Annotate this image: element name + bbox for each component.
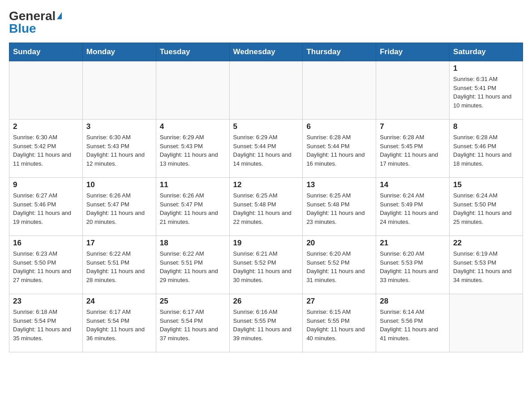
day-number: 7	[380, 122, 446, 131]
day-number: 8	[453, 122, 519, 131]
logo: General Blue	[9, 9, 62, 36]
calendar-cell: 25Sunrise: 6:17 AMSunset: 5:54 PMDayligh…	[156, 294, 229, 352]
calendar-cell: 24Sunrise: 6:17 AMSunset: 5:54 PMDayligh…	[82, 294, 156, 352]
day-number: 9	[13, 180, 79, 189]
calendar-cell	[376, 61, 450, 120]
day-number: 11	[160, 180, 226, 189]
logo-blue-text: Blue	[9, 21, 36, 36]
calendar-cell: 5Sunrise: 6:29 AMSunset: 5:44 PMDaylight…	[229, 120, 303, 178]
day-info: Sunrise: 6:25 AMSunset: 5:48 PMDaylight:…	[306, 191, 372, 226]
calendar-cell: 1Sunrise: 6:31 AMSunset: 5:41 PMDaylight…	[450, 61, 523, 120]
day-info: Sunrise: 6:27 AMSunset: 5:46 PMDaylight:…	[13, 191, 79, 226]
day-info: Sunrise: 6:23 AMSunset: 5:50 PMDaylight:…	[13, 249, 79, 284]
calendar-cell: 6Sunrise: 6:28 AMSunset: 5:44 PMDaylight…	[303, 120, 376, 178]
day-number: 1	[453, 64, 519, 73]
calendar-cell	[9, 61, 83, 120]
calendar-cell: 20Sunrise: 6:20 AMSunset: 5:52 PMDayligh…	[303, 236, 376, 294]
calendar-cell: 27Sunrise: 6:15 AMSunset: 5:55 PMDayligh…	[303, 294, 376, 352]
column-header-wednesday: Wednesday	[229, 43, 303, 61]
day-info: Sunrise: 6:25 AMSunset: 5:48 PMDaylight:…	[233, 191, 299, 226]
day-info: Sunrise: 6:17 AMSunset: 5:54 PMDaylight:…	[160, 308, 226, 342]
day-number: 24	[86, 297, 152, 306]
calendar-cell	[156, 61, 229, 120]
day-number: 23	[13, 297, 79, 306]
calendar-cell: 17Sunrise: 6:22 AMSunset: 5:51 PMDayligh…	[82, 236, 156, 294]
day-info: Sunrise: 6:20 AMSunset: 5:53 PMDaylight:…	[380, 249, 446, 284]
day-info: Sunrise: 6:30 AMSunset: 5:43 PMDaylight:…	[86, 133, 152, 168]
day-number: 19	[233, 239, 299, 248]
calendar-cell: 21Sunrise: 6:20 AMSunset: 5:53 PMDayligh…	[376, 236, 450, 294]
day-number: 28	[380, 297, 446, 306]
calendar-cell: 26Sunrise: 6:16 AMSunset: 5:55 PMDayligh…	[229, 294, 303, 352]
day-number: 18	[160, 239, 226, 248]
calendar-week-4: 16Sunrise: 6:23 AMSunset: 5:50 PMDayligh…	[9, 236, 523, 294]
calendar-cell: 3Sunrise: 6:30 AMSunset: 5:43 PMDaylight…	[82, 120, 156, 178]
day-number: 10	[86, 180, 152, 189]
day-info: Sunrise: 6:26 AMSunset: 5:47 PMDaylight:…	[86, 191, 152, 226]
day-info: Sunrise: 6:31 AMSunset: 5:41 PMDaylight:…	[453, 75, 519, 110]
day-info: Sunrise: 6:30 AMSunset: 5:42 PMDaylight:…	[13, 133, 79, 168]
calendar-cell: 14Sunrise: 6:24 AMSunset: 5:49 PMDayligh…	[376, 178, 450, 236]
calendar-cell: 16Sunrise: 6:23 AMSunset: 5:50 PMDayligh…	[9, 236, 83, 294]
page-header: General Blue	[9, 9, 523, 36]
day-info: Sunrise: 6:20 AMSunset: 5:52 PMDaylight:…	[306, 249, 372, 284]
day-number: 20	[306, 239, 372, 248]
column-header-thursday: Thursday	[303, 43, 376, 61]
day-info: Sunrise: 6:24 AMSunset: 5:49 PMDaylight:…	[380, 191, 446, 226]
calendar-cell	[82, 61, 156, 120]
calendar-week-5: 23Sunrise: 6:18 AMSunset: 5:54 PMDayligh…	[9, 294, 523, 352]
column-header-monday: Monday	[82, 43, 156, 61]
day-number: 3	[86, 122, 152, 131]
calendar-header-row: SundayMondayTuesdayWednesdayThursdayFrid…	[9, 43, 523, 61]
day-number: 12	[233, 180, 299, 189]
day-number: 21	[380, 239, 446, 248]
day-info: Sunrise: 6:29 AMSunset: 5:43 PMDaylight:…	[160, 133, 226, 168]
day-info: Sunrise: 6:18 AMSunset: 5:54 PMDaylight:…	[13, 308, 79, 342]
column-header-friday: Friday	[376, 43, 450, 61]
calendar-cell	[303, 61, 376, 120]
column-header-tuesday: Tuesday	[156, 43, 229, 61]
calendar-cell: 9Sunrise: 6:27 AMSunset: 5:46 PMDaylight…	[9, 178, 83, 236]
day-info: Sunrise: 6:21 AMSunset: 5:52 PMDaylight:…	[233, 249, 299, 284]
calendar-cell: 13Sunrise: 6:25 AMSunset: 5:48 PMDayligh…	[303, 178, 376, 236]
calendar-cell: 11Sunrise: 6:26 AMSunset: 5:47 PMDayligh…	[156, 178, 229, 236]
calendar-cell: 18Sunrise: 6:22 AMSunset: 5:51 PMDayligh…	[156, 236, 229, 294]
day-number: 26	[233, 297, 299, 306]
calendar-cell	[450, 294, 523, 352]
day-number: 6	[306, 122, 372, 131]
day-info: Sunrise: 6:24 AMSunset: 5:50 PMDaylight:…	[453, 191, 519, 226]
calendar-cell	[229, 61, 303, 120]
day-info: Sunrise: 6:15 AMSunset: 5:55 PMDaylight:…	[306, 308, 372, 342]
day-number: 5	[233, 122, 299, 131]
calendar-week-1: 1Sunrise: 6:31 AMSunset: 5:41 PMDaylight…	[9, 61, 523, 120]
day-info: Sunrise: 6:22 AMSunset: 5:51 PMDaylight:…	[86, 249, 152, 284]
day-number: 13	[306, 180, 372, 189]
calendar-cell: 7Sunrise: 6:28 AMSunset: 5:45 PMDaylight…	[376, 120, 450, 178]
day-number: 22	[453, 239, 519, 248]
day-info: Sunrise: 6:22 AMSunset: 5:51 PMDaylight:…	[160, 249, 226, 284]
day-number: 25	[160, 297, 226, 306]
day-number: 17	[86, 239, 152, 248]
day-info: Sunrise: 6:16 AMSunset: 5:55 PMDaylight:…	[233, 308, 299, 342]
day-info: Sunrise: 6:17 AMSunset: 5:54 PMDaylight:…	[86, 308, 152, 342]
day-info: Sunrise: 6:28 AMSunset: 5:44 PMDaylight:…	[306, 133, 372, 168]
day-info: Sunrise: 6:29 AMSunset: 5:44 PMDaylight:…	[233, 133, 299, 168]
calendar-cell: 19Sunrise: 6:21 AMSunset: 5:52 PMDayligh…	[229, 236, 303, 294]
day-info: Sunrise: 6:28 AMSunset: 5:46 PMDaylight:…	[453, 133, 519, 168]
day-info: Sunrise: 6:19 AMSunset: 5:53 PMDaylight:…	[453, 249, 519, 284]
calendar-cell: 4Sunrise: 6:29 AMSunset: 5:43 PMDaylight…	[156, 120, 229, 178]
calendar-cell: 10Sunrise: 6:26 AMSunset: 5:47 PMDayligh…	[82, 178, 156, 236]
day-number: 14	[380, 180, 446, 189]
day-number: 4	[160, 122, 226, 131]
calendar-cell: 28Sunrise: 6:14 AMSunset: 5:56 PMDayligh…	[376, 294, 450, 352]
day-number: 27	[306, 297, 372, 306]
calendar-week-2: 2Sunrise: 6:30 AMSunset: 5:42 PMDaylight…	[9, 120, 523, 178]
day-info: Sunrise: 6:14 AMSunset: 5:56 PMDaylight:…	[380, 308, 446, 342]
day-number: 15	[453, 180, 519, 189]
calendar-cell: 8Sunrise: 6:28 AMSunset: 5:46 PMDaylight…	[450, 120, 523, 178]
calendar-cell: 12Sunrise: 6:25 AMSunset: 5:48 PMDayligh…	[229, 178, 303, 236]
day-info: Sunrise: 6:26 AMSunset: 5:47 PMDaylight:…	[160, 191, 226, 226]
day-number: 16	[13, 239, 79, 248]
column-header-sunday: Sunday	[9, 43, 83, 61]
calendar-week-3: 9Sunrise: 6:27 AMSunset: 5:46 PMDaylight…	[9, 178, 523, 236]
